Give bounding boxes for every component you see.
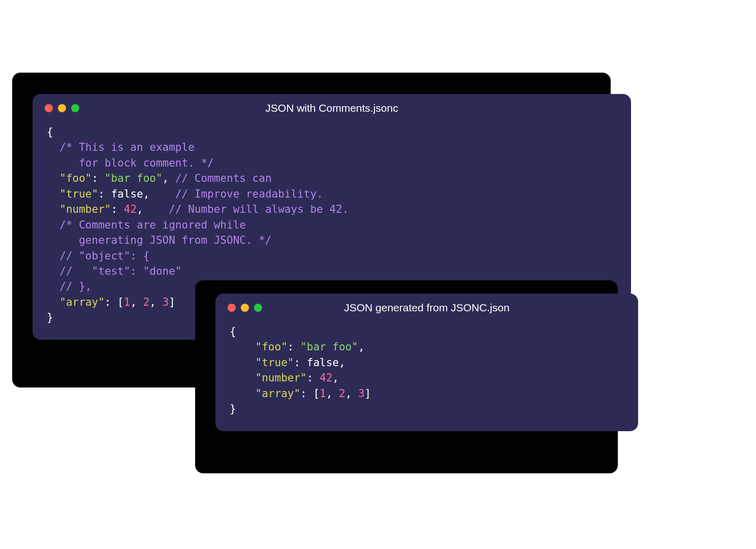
code-token-punct [230,357,256,369]
code-token-comment: // Improve readability. [175,188,323,200]
code-token-punct: , [345,387,358,400]
window-title-2: JSON generated from JSONC.json [215,302,638,314]
code-token-punct: , [130,296,143,308]
code-token-number: 1 [320,387,326,400]
code-token-punct: : [111,203,123,215]
close-icon[interactable] [45,104,53,112]
minimize-icon[interactable] [58,104,66,112]
code-token-key: "true" [256,357,294,369]
minimize-icon[interactable] [241,304,249,312]
code-token-key: "number" [256,372,307,384]
code-window-json: JSON generated from JSONC.json { "foo": … [215,294,638,431]
code-token-number: 3 [358,387,365,400]
traffic-lights-2 [228,304,262,312]
code-token-punct: : [98,188,111,200]
code-token-number: 42 [124,203,137,215]
code-token-punct: , [332,372,339,384]
code-token-punct: : [307,372,320,384]
code-token-punct: , [163,172,175,184]
code-token-key: "foo" [256,341,288,353]
code-token-punct [47,250,59,262]
zoom-icon[interactable] [254,304,262,312]
code-token-comment: // Number will always be 42. [169,203,349,215]
code-token-punct: , [137,203,169,215]
code-token-punct: : [288,341,300,353]
code-token-punct: ] [169,296,175,308]
code-token-key: "true" [59,188,98,200]
code-token-number: 42 [320,372,332,384]
code-token-key: "array" [59,296,105,308]
code-token-punct: } [47,311,53,324]
code-token-punct [47,188,59,200]
code-token-punct [230,372,256,384]
code-token-comment: /* This is an example [59,141,195,153]
stage: JSON with Comments.jsonc { /* This is an… [0,0,756,549]
code-token-punct: : [92,172,105,184]
code-token-comment: // Comments can [175,172,272,184]
code-token-number: 2 [339,387,345,400]
titlebar-2: JSON generated from JSONC.json [215,294,638,317]
code-token-bool: false [307,357,339,369]
code-token-comment: for block comment. */ [47,157,214,169]
code-token-punct [230,387,256,400]
titlebar-1: JSON with Comments.jsonc [33,94,631,117]
traffic-lights-1 [45,104,79,112]
code-token-punct: : [294,357,306,369]
close-icon[interactable] [228,304,236,312]
code-token-number: 1 [124,296,131,308]
code-token-key: "number" [59,203,111,215]
code-token-punct [47,296,59,308]
code-token-punct [47,172,59,184]
zoom-icon[interactable] [71,104,79,112]
code-token-number: 3 [163,296,169,308]
code-token-comment: // "object": { [59,250,149,262]
code-token-comment: /* Comments are ignored while [59,219,246,231]
code-token-punct: { [47,126,53,138]
code-token-punct: ] [365,387,371,400]
code-token-punct: : [ [105,296,124,308]
code-token-bool: false [111,188,143,200]
code-token-string: "bar foo" [300,341,358,353]
code-token-punct: , [143,188,175,200]
code-token-punct: : [ [300,387,320,400]
code-token-punct: } [230,403,236,415]
code-token-punct: , [358,341,365,353]
code-token-key: "foo" [59,172,91,184]
code-token-key: "array" [256,387,301,400]
code-token-punct [47,203,59,215]
code-token-punct [230,341,256,353]
code-token-string: "bar foo" [105,172,163,184]
code-token-comment: // }, [59,280,91,293]
window-title-1: JSON with Comments.jsonc [33,102,631,114]
code-token-punct [47,219,59,231]
code-token-number: 2 [143,296,150,308]
code-token-punct: , [326,387,339,400]
code-token-comment: generating JSON from JSONC. */ [47,234,272,246]
code-block-json: { "foo": "bar foo", "true": false, "numb… [215,317,638,431]
code-token-punct [47,265,59,277]
code-token-punct: , [149,296,162,308]
code-token-punct: { [230,326,236,338]
code-token-punct [47,141,59,153]
code-token-comment: // "test": "done" [59,265,181,277]
code-token-punct [47,280,59,293]
code-token-punct: , [339,357,345,369]
